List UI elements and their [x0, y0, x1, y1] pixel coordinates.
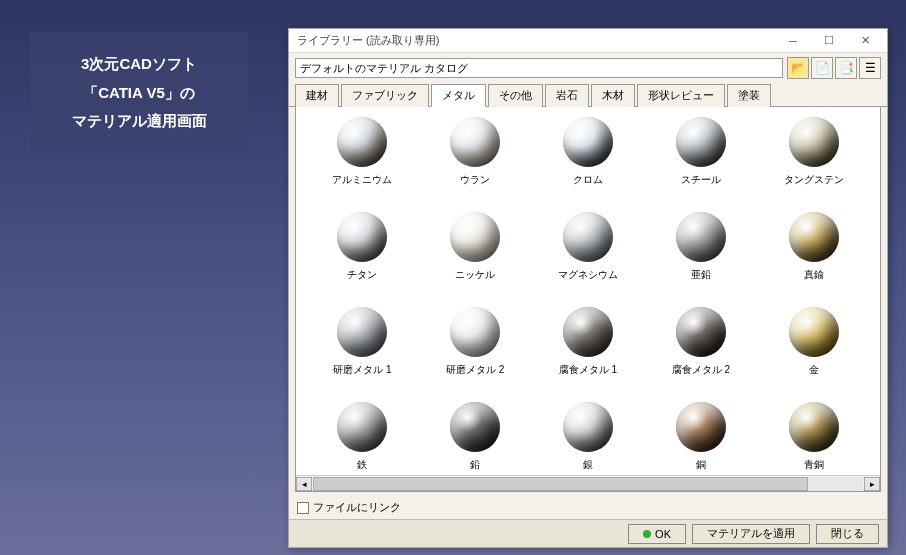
- material-label: スチール: [681, 173, 721, 187]
- dropdown-value: デフォルトのマテリアル カタログ: [300, 61, 468, 76]
- caption-box: 3次元CADソフト 「CATIA V5」の マテリアル適用画面: [30, 32, 248, 154]
- material-grid: アルミニウムウランクロムスチールタングステンチタンニッケルマグネシウム亜鉛真鍮研…: [296, 107, 880, 475]
- tab-6[interactable]: 形状レビュー: [637, 84, 725, 107]
- material-sphere-icon: [789, 117, 839, 167]
- material-sphere-icon: [563, 212, 613, 262]
- scroll-left-button[interactable]: ◂: [296, 477, 312, 491]
- material-swatch[interactable]: ウラン: [419, 113, 532, 208]
- material-label: 研磨メタル 2: [446, 363, 504, 377]
- toolbar: デフォルトのマテリアル カタログ 📂 📄 📑 ☰: [289, 53, 887, 83]
- checkbox-label: ファイルにリンク: [313, 500, 401, 515]
- material-label: マグネシウム: [558, 268, 618, 282]
- material-sphere-icon: [676, 212, 726, 262]
- tab-0[interactable]: 建材: [295, 84, 339, 107]
- material-sphere-icon: [563, 117, 613, 167]
- material-swatch[interactable]: タングステン: [757, 113, 870, 208]
- material-label: チタン: [347, 268, 377, 282]
- caption-line: 「CATIA V5」の: [40, 79, 238, 108]
- material-sphere-icon: [450, 117, 500, 167]
- material-grid-panel: アルミニウムウランクロムスチールタングステンチタンニッケルマグネシウム亜鉛真鍮研…: [295, 107, 881, 492]
- material-label: 銅: [696, 458, 706, 472]
- scroll-right-button[interactable]: ▸: [864, 477, 880, 491]
- toolbar-icons: 📂 📄 📑 ☰: [787, 57, 881, 79]
- apply-material-button[interactable]: マテリアルを適用: [692, 524, 810, 544]
- material-swatch[interactable]: 研磨メタル 2: [419, 303, 532, 398]
- material-label: タングステン: [784, 173, 844, 187]
- link-to-file-checkbox[interactable]: ファイルにリンク: [297, 500, 401, 515]
- apply-label: マテリアルを適用: [707, 526, 795, 541]
- minimize-button[interactable]: ─: [775, 31, 811, 51]
- status-dot-icon: [643, 530, 651, 538]
- material-label: 金: [809, 363, 819, 377]
- material-label: クロム: [573, 173, 603, 187]
- material-label: 腐食メタル 1: [559, 363, 617, 377]
- caption-line: 3次元CADソフト: [40, 50, 238, 79]
- material-sphere-icon: [563, 402, 613, 452]
- checkbox-icon: [297, 502, 309, 514]
- close-dialog-button[interactable]: 閉じる: [816, 524, 879, 544]
- tab-5[interactable]: 木材: [591, 84, 635, 107]
- material-sphere-icon: [676, 117, 726, 167]
- material-sphere-icon: [337, 307, 387, 357]
- material-sphere-icon: [450, 307, 500, 357]
- material-swatch[interactable]: アルミニウム: [306, 113, 419, 208]
- footer: OK マテリアルを適用 閉じる: [289, 519, 887, 547]
- material-label: ウラン: [460, 173, 490, 187]
- material-swatch[interactable]: 銀: [532, 398, 645, 475]
- material-swatch[interactable]: 腐食メタル 2: [644, 303, 757, 398]
- material-sphere-icon: [450, 212, 500, 262]
- page-icon[interactable]: 📄: [811, 57, 833, 79]
- list-icon[interactable]: ☰: [859, 57, 881, 79]
- options-row: ファイルにリンク: [289, 496, 887, 519]
- material-label: 真鍮: [804, 268, 824, 282]
- material-swatch[interactable]: マグネシウム: [532, 208, 645, 303]
- page2-icon[interactable]: 📑: [835, 57, 857, 79]
- material-label: ニッケル: [455, 268, 495, 282]
- material-label: 亜鉛: [691, 268, 711, 282]
- titlebar[interactable]: ライブラリー (読み取り専用) ─ ☐ ✕: [289, 29, 887, 53]
- horizontal-scrollbar[interactable]: ◂ ▸: [296, 475, 880, 491]
- tab-2[interactable]: メタル: [431, 84, 486, 107]
- tab-4[interactable]: 岩石: [545, 84, 589, 107]
- material-swatch[interactable]: 鉛: [419, 398, 532, 475]
- material-swatch[interactable]: 研磨メタル 1: [306, 303, 419, 398]
- ok-button[interactable]: OK: [628, 524, 686, 544]
- material-sphere-icon: [450, 402, 500, 452]
- window-title: ライブラリー (読み取り専用): [297, 33, 775, 48]
- material-swatch[interactable]: 銅: [644, 398, 757, 475]
- ok-label: OK: [655, 528, 671, 540]
- folder-open-icon[interactable]: 📂: [787, 57, 809, 79]
- material-label: 鉄: [357, 458, 367, 472]
- material-swatch[interactable]: ニッケル: [419, 208, 532, 303]
- scroll-track[interactable]: [313, 477, 863, 491]
- material-swatch[interactable]: 真鍮: [757, 208, 870, 303]
- material-swatch[interactable]: 鉄: [306, 398, 419, 475]
- material-label: 銀: [583, 458, 593, 472]
- tab-1[interactable]: ファブリック: [341, 84, 429, 107]
- material-swatch[interactable]: 腐食メタル 1: [532, 303, 645, 398]
- material-swatch[interactable]: チタン: [306, 208, 419, 303]
- material-swatch[interactable]: 亜鉛: [644, 208, 757, 303]
- scroll-thumb[interactable]: [313, 477, 808, 491]
- catalog-dropdown[interactable]: デフォルトのマテリアル カタログ: [295, 58, 783, 78]
- close-label: 閉じる: [831, 526, 864, 541]
- material-sphere-icon: [337, 117, 387, 167]
- material-sphere-icon: [789, 212, 839, 262]
- tab-bar: 建材ファブリックメタルその他岩石木材形状レビュー塗装: [289, 83, 887, 107]
- material-sphere-icon: [789, 307, 839, 357]
- maximize-button[interactable]: ☐: [811, 31, 847, 51]
- material-label: アルミニウム: [332, 173, 392, 187]
- material-label: 研磨メタル 1: [333, 363, 391, 377]
- material-label: 鉛: [470, 458, 480, 472]
- tab-3[interactable]: その他: [488, 84, 543, 107]
- close-button[interactable]: ✕: [847, 31, 883, 51]
- material-swatch[interactable]: スチール: [644, 113, 757, 208]
- material-swatch[interactable]: クロム: [532, 113, 645, 208]
- tab-7[interactable]: 塗装: [727, 84, 771, 107]
- material-sphere-icon: [789, 402, 839, 452]
- material-label: 青銅: [804, 458, 824, 472]
- library-window: ライブラリー (読み取り専用) ─ ☐ ✕ デフォルトのマテリアル カタログ 📂…: [288, 28, 888, 548]
- material-swatch[interactable]: 青銅: [757, 398, 870, 475]
- material-swatch[interactable]: 金: [757, 303, 870, 398]
- material-sphere-icon: [337, 212, 387, 262]
